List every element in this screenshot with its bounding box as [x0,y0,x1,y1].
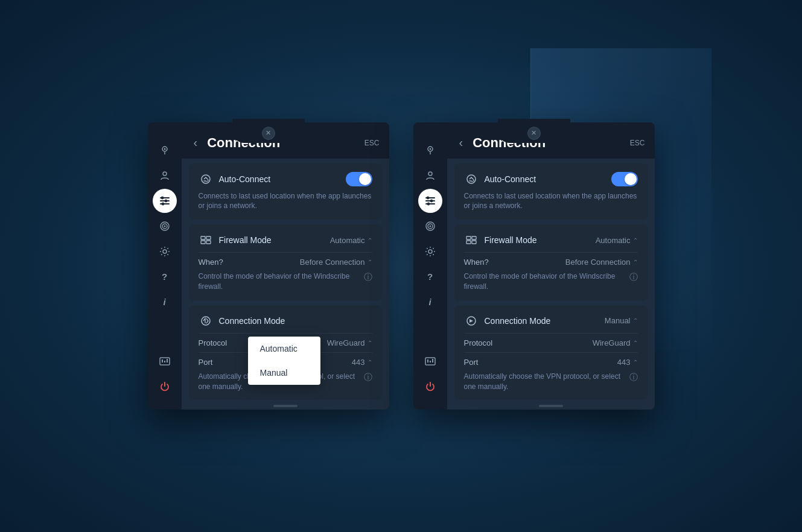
firewall-mode-icon-right [464,233,479,247]
auto-connect-row-right: Auto-Connect Connects to last used locat… [454,163,648,220]
sidebar-location-left[interactable] [153,138,177,162]
svg-point-34 [429,225,431,227]
dropdown-item-manual-left[interactable]: Manual [248,361,320,385]
top-notch-left: ✕ [232,119,305,143]
port-value-right[interactable]: 443 ⌃ [617,358,638,367]
sidebar-power-right[interactable] [418,375,442,399]
protocol-label-right: Protocol [464,338,593,347]
port-chevron-right: ⌃ [633,359,638,366]
close-button-right[interactable]: ✕ [527,127,541,140]
svg-point-2 [163,172,167,176]
firewall-when-row-left: When? Before Connection ⌃ [199,252,372,267]
connection-mode-label-right: Connection Mode [485,316,599,326]
sidebar-network-left[interactable] [153,349,177,373]
firewall-mode-value-left[interactable]: Automatic ⌃ [330,236,372,245]
firewall-desc-row-right: Control the mode of behavior of the Wind… [464,271,638,292]
close-button-left[interactable]: ✕ [262,127,275,140]
sidebar-target-left[interactable] [153,214,177,238]
svg-rect-43 [466,241,471,244]
back-button-right[interactable]: ‹ [457,133,466,152]
svg-rect-15 [164,361,165,363]
svg-rect-42 [472,236,476,239]
firewall-mode-label-left: Firewall Mode [219,235,324,245]
auto-connect-toggle-left[interactable] [346,172,372,186]
svg-point-35 [428,250,432,253]
sidebar-location-right[interactable] [418,138,442,162]
sidebar-power-left[interactable] [153,375,177,399]
connection-mode-chevron-right: ⌃ [633,317,638,324]
sidebar-gear-left[interactable] [153,239,177,264]
svg-point-1 [164,148,165,150]
firewall-mode-chevron-right: ⌃ [633,237,638,244]
auto-connect-label-left: Auto-Connect [219,174,340,184]
sidebar-account-left[interactable] [153,163,177,188]
firewall-when-label-right: When? [464,258,565,267]
svg-point-17 [202,175,210,183]
connection-mode-icon-right [464,314,479,328]
svg-rect-18 [201,236,205,239]
panels-container: ✕ [148,122,655,410]
top-notch-right: ✕ [498,119,570,143]
svg-point-6 [161,197,164,199]
sidebar-info-right[interactable]: i [418,290,442,314]
connection-info-icon-left[interactable]: ⓘ [364,372,372,384]
svg-rect-41 [466,236,471,239]
connection-info-icon-right[interactable]: ⓘ [629,372,638,384]
svg-rect-28 [425,203,435,204]
firewall-info-icon-left[interactable]: ⓘ [364,271,372,283]
auto-connect-icon-left [199,172,213,186]
firewall-when-value-left[interactable]: Before Connection ⌃ [300,258,372,267]
svg-point-8 [162,203,164,205]
svg-point-22 [202,317,210,325]
back-button-left[interactable]: ‹ [191,133,200,152]
port-label-right: Port [464,358,617,367]
sidebar-right: ? i [413,122,447,410]
firewall-mode-row-right: Firewall Mode Automatic ⌃ When? Before C… [454,224,648,300]
auto-connect-header-right: Auto-Connect [464,172,638,186]
svg-rect-14 [162,359,163,363]
sidebar-network-right[interactable] [418,349,442,373]
firewall-mode-label-right: Firewall Mode [485,235,590,245]
firewall-info-icon-right[interactable]: ⓘ [629,271,638,283]
firewall-when-chevron-left: ⌃ [368,259,372,265]
svg-rect-16 [167,359,168,363]
svg-point-40 [467,175,476,183]
sidebar-info-left[interactable]: i [153,290,177,314]
auto-connect-toggle-right[interactable] [611,172,638,186]
sidebar-help-right[interactable]: ? [418,265,442,289]
protocol-value-left[interactable]: WireGuard ⌃ [327,338,372,347]
auto-connect-header-left: Auto-Connect [199,172,372,186]
main-content-left: ‹ Connection ESC [182,122,389,410]
firewall-mode-header-right: Firewall Mode Automatic ⌃ [464,233,638,247]
auto-connect-icon-right [464,172,479,186]
sidebar-help-left[interactable]: ? [153,265,177,289]
dropdown-item-automatic-left[interactable]: Automatic [248,337,320,361]
sidebar-target-right[interactable] [418,214,442,238]
firewall-mode-icon-left [199,233,213,247]
firewall-mode-chevron-left: ⌃ [368,237,372,244]
sidebar-settings-right[interactable] [418,189,442,213]
svg-rect-5 [160,203,170,204]
sidebar-gear-right[interactable] [418,239,442,264]
firewall-mode-header-left: Firewall Mode Automatic ⌃ [199,233,372,247]
firewall-when-row-right: When? Before Connection ⌃ [464,252,638,267]
sidebar-settings-left[interactable] [153,189,177,213]
firewall-mode-value-right[interactable]: Automatic ⌃ [596,236,638,245]
svg-rect-21 [206,241,211,244]
settings-body-right: Auto-Connect Connects to last used locat… [447,159,655,410]
svg-rect-19 [206,236,211,239]
right-panel: ✕ [413,122,655,410]
svg-rect-39 [432,359,433,363]
scrollbar-hint-right [539,405,563,407]
port-chevron-left: ⌃ [368,359,372,366]
left-panel: ✕ [148,122,389,410]
firewall-desc-left: Control the mode of behavior of the Wind… [199,271,364,292]
firewall-when-value-right[interactable]: Before Connection ⌃ [565,258,638,267]
port-value-left[interactable]: 443 ⌃ [352,358,372,367]
auto-connect-desc-left: Connects to last used location when the … [199,191,372,212]
connection-mode-value-right[interactable]: Manual ⌃ [605,316,638,325]
connection-mode-icon-left [199,314,213,328]
svg-point-29 [427,197,429,199]
protocol-value-right[interactable]: WireGuard ⌃ [593,338,638,347]
sidebar-account-right[interactable] [418,163,442,188]
